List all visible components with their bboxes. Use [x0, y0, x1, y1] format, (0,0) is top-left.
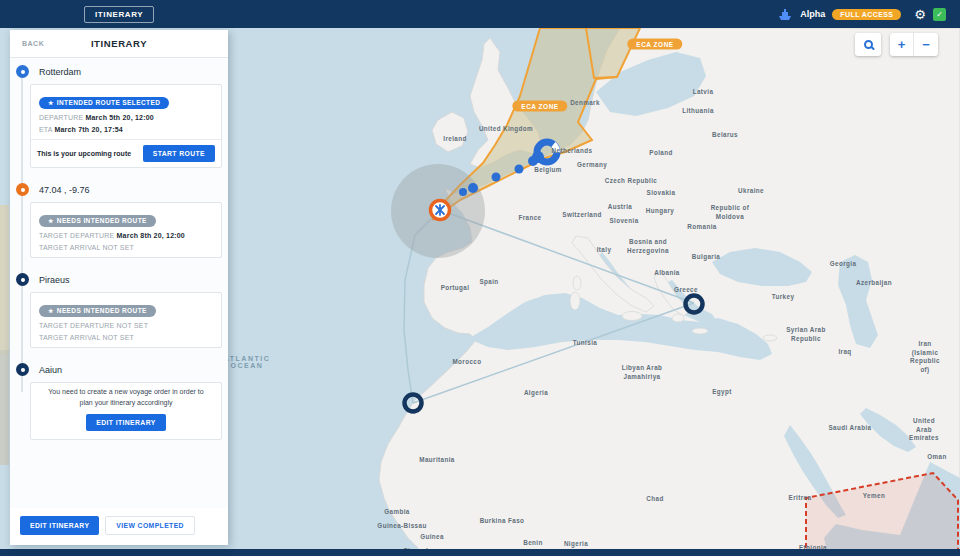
piraeus-card: ★ NEEDS INTENDED ROUTE TARGET DEPARTURE …	[30, 292, 222, 348]
stop-marker-icon	[16, 183, 29, 196]
stop-name: Aaiun	[39, 365, 62, 375]
stop-name: 47.04 , -9.76	[39, 185, 90, 195]
route-status-badge: ★ NEEDS INTENDED ROUTE	[39, 305, 156, 317]
zoom-in-button[interactable]: +	[890, 33, 914, 56]
map-search-button[interactable]	[855, 33, 881, 56]
itinerary-stop-piraeus[interactable]: Piraeus	[10, 266, 228, 292]
aaiun-card: You need to create a new voyage order in…	[30, 382, 222, 440]
stop-marker-icon	[16, 363, 29, 376]
stop-marker-icon	[16, 273, 29, 286]
target-departure-line: TARGET DEPARTURE NOT SET	[39, 322, 213, 329]
itinerary-stop-aaiun[interactable]: Aaiun	[10, 356, 228, 382]
star-icon: ★	[48, 99, 54, 106]
star-icon: ★	[48, 307, 54, 314]
rotterdam-card: ★ INTENDED ROUTE SELECTED DEPARTURE Marc…	[30, 84, 222, 168]
route-status-badge: ★ INTENDED ROUTE SELECTED	[39, 97, 169, 109]
itinerary-panel: BACK ITINERARY Rotterdam ★ INTENDED ROUT…	[10, 30, 228, 545]
view-completed-button[interactable]: VIEW COMPLETED	[105, 516, 195, 535]
eca-zone-label: ECA ZONE	[627, 39, 682, 50]
eta-line: ETA March 7th 20, 17:54	[39, 126, 213, 133]
voyage-order-note: You need to create a new voyage order in…	[31, 383, 221, 408]
app-window: United KingdomIrelandNetherlandsBelgiumG…	[0, 0, 960, 556]
star-icon: ★	[48, 217, 54, 224]
panel-title: ITINERARY	[10, 38, 228, 49]
stop-name: Rotterdam	[39, 67, 81, 77]
zoom-out-button[interactable]: −	[914, 33, 938, 56]
access-badge: FULL ACCESS	[832, 9, 901, 20]
upcoming-route-note: This is your upcoming route	[37, 150, 131, 157]
vessel-marker[interactable]	[431, 201, 450, 220]
route-status-badge: ★ NEEDS INTENDED ROUTE	[39, 215, 156, 227]
departure-line: DEPARTURE March 5th 20, 12:00	[39, 114, 213, 121]
target-arrival-line: TARGET ARRIVAL NOT SET	[39, 244, 213, 251]
edit-itinerary-button[interactable]: EDIT ITINERARY	[20, 516, 99, 535]
bottom-bar	[0, 549, 960, 556]
itinerary-stop-coordinates[interactable]: 47.04 , -9.76	[10, 176, 228, 202]
status-icon[interactable]: ✓	[933, 8, 946, 21]
eca-zone-label: ECA ZONE	[512, 101, 567, 112]
ship-icon	[777, 7, 793, 21]
edit-itinerary-card-button[interactable]: EDIT ITINERARY	[86, 414, 165, 431]
target-arrival-line: TARGET ARRIVAL NOT SET	[39, 334, 213, 341]
coordinates-card: ★ NEEDS INTENDED ROUTE TARGET DEPARTURE …	[30, 202, 222, 258]
gear-icon[interactable]: ⚙	[914, 8, 926, 21]
itinerary-stop-rotterdam[interactable]: Rotterdam	[10, 58, 228, 84]
tab-itinerary[interactable]: ITINERARY	[84, 6, 154, 23]
target-departure-line: TARGET DEPARTURE March 8th 20, 12:00	[39, 232, 213, 239]
user-name[interactable]: Alpha	[800, 9, 825, 19]
start-route-button[interactable]: START ROUTE	[143, 145, 215, 162]
top-navbar: ITINERARY Alpha FULL ACCESS ⚙ ✓	[0, 0, 960, 28]
stop-name: Piraeus	[39, 275, 70, 285]
timeline-line	[21, 74, 23, 392]
search-icon	[864, 40, 873, 49]
stop-marker-icon	[16, 65, 29, 78]
